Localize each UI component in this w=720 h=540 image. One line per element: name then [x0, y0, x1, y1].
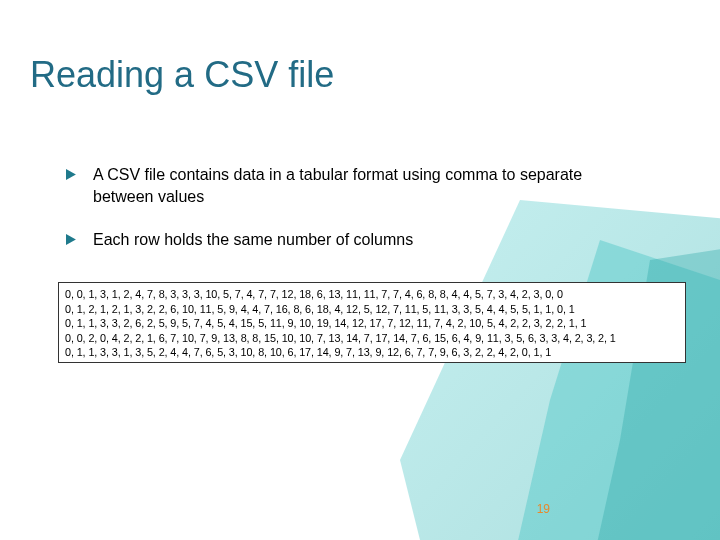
svg-marker-3	[66, 169, 76, 180]
svg-marker-4	[66, 234, 76, 245]
bullet-icon	[66, 234, 77, 245]
csv-row: 0, 1, 2, 1, 2, 1, 3, 2, 2, 6, 10, 11, 5,…	[65, 302, 679, 317]
csv-example-box: 0, 0, 1, 3, 1, 2, 4, 7, 8, 3, 3, 3, 10, …	[58, 282, 686, 363]
bullet-text: A CSV file contains data in a tabular fo…	[93, 164, 626, 207]
page-number: 19	[537, 502, 550, 516]
bullet-list: A CSV file contains data in a tabular fo…	[66, 164, 626, 273]
csv-row: 0, 1, 1, 3, 3, 2, 6, 2, 5, 9, 5, 7, 4, 5…	[65, 316, 679, 331]
csv-row: 0, 0, 2, 0, 4, 2, 2, 1, 6, 7, 10, 7, 9, …	[65, 331, 679, 346]
csv-row: 0, 1, 1, 3, 3, 1, 3, 5, 2, 4, 4, 7, 6, 5…	[65, 345, 679, 360]
list-item: A CSV file contains data in a tabular fo…	[66, 164, 626, 207]
page-title: Reading a CSV file	[30, 54, 334, 96]
bullet-text: Each row holds the same number of column…	[93, 229, 626, 251]
bullet-icon	[66, 169, 77, 180]
csv-row: 0, 0, 1, 3, 1, 2, 4, 7, 8, 3, 3, 3, 10, …	[65, 287, 679, 302]
list-item: Each row holds the same number of column…	[66, 229, 626, 251]
